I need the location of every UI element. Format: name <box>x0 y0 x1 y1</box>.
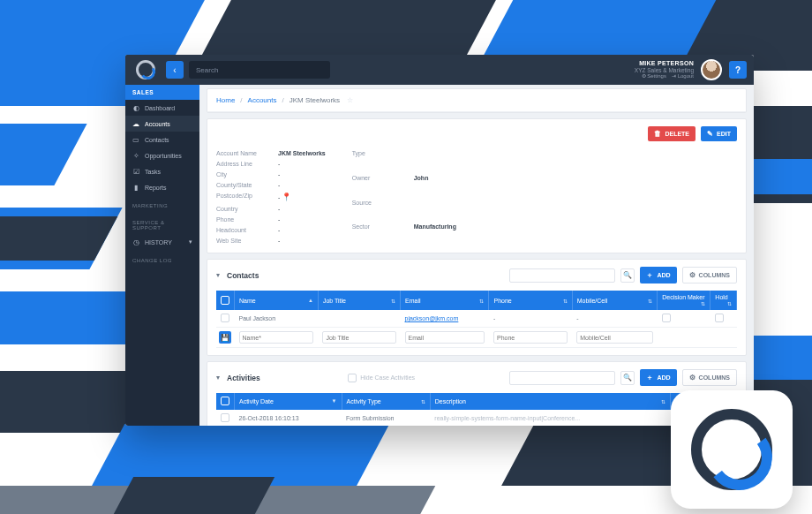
contacts-table: Name▲ Job Title⇅ Email⇅ Phone⇅ Mobile/Ce… <box>216 291 737 348</box>
contacts-add-button[interactable]: ＋ADD <box>640 267 676 283</box>
top-bar: ‹ MIKE PETERSON XYZ Sales & Marketing ⚙ … <box>125 55 754 85</box>
favorite-icon[interactable]: ☆ <box>347 96 353 104</box>
crumb-home[interactable]: Home <box>216 96 235 104</box>
input-name[interactable] <box>239 331 314 344</box>
th-name[interactable]: Name▲ <box>235 291 319 310</box>
input-phone[interactable] <box>493 331 568 344</box>
value-account-name: JKM Steelworks <box>278 150 326 156</box>
sidebar-item-dashboard[interactable]: ◐Dashboard <box>125 100 199 116</box>
gear-icon: ⚙ <box>642 73 646 79</box>
gear-icon: ⚙ <box>689 374 695 382</box>
cell-mobile: - <box>572 310 658 328</box>
sidebar-item-accounts[interactable]: ☁Accounts <box>125 116 199 132</box>
app-logo-icon <box>136 60 155 79</box>
th-job[interactable]: Job Title⇅ <box>318 291 400 310</box>
sidebar-item-history[interactable]: ◷HISTORY▾ <box>125 234 199 250</box>
th-mobile[interactable]: Mobile/Cell⇅ <box>572 291 658 310</box>
crumb-accounts[interactable]: Accounts <box>248 96 277 104</box>
gauge-icon: ◐ <box>132 104 139 111</box>
contacts-search-input[interactable] <box>509 268 615 283</box>
value-owner: John <box>414 175 456 195</box>
sidebar-item-label: Contacts <box>145 137 169 143</box>
cell-dm[interactable] <box>662 314 671 322</box>
sidebar-item-contacts[interactable]: ▭Contacts <box>125 132 199 147</box>
breadcrumb-card: Home/ Accounts/ JKM Steelworks ☆ <box>207 88 747 113</box>
plus-icon: ＋ <box>646 373 653 382</box>
th-type[interactable]: Activity Type⇅ <box>342 393 430 410</box>
collapse-icon[interactable]: ▾ <box>216 271 220 279</box>
cell-hold[interactable] <box>715 314 724 322</box>
plus-icon: ＋ <box>646 270 653 280</box>
edit-button[interactable]: ✎EDIT <box>701 126 737 141</box>
sidebar-heading-service[interactable]: SERVICE & SUPPORT <box>125 212 199 234</box>
activities-table: Activity Date▼ Activity Type⇅ Descriptio… <box>216 393 737 426</box>
th-phone[interactable]: Phone⇅ <box>489 291 572 310</box>
activities-search-input[interactable] <box>509 371 615 385</box>
value-type <box>414 150 456 170</box>
th-desc[interactable]: Description⇅ <box>430 393 670 410</box>
table-row[interactable]: Paul Jackson pjackson@jkm.com - - <box>216 310 737 328</box>
cloud-icon: ☁ <box>132 120 139 127</box>
save-row-button[interactable]: 💾 <box>219 331 231 344</box>
user-org: XYZ Sales & Marketing <box>635 67 694 73</box>
button-label: DELETE <box>665 131 689 137</box>
collapse-icon[interactable]: ▾ <box>216 374 220 382</box>
th-select[interactable] <box>216 291 235 310</box>
input-email[interactable] <box>405 331 485 344</box>
row-checkbox[interactable] <box>221 413 229 422</box>
hide-case-label: Hide Case Activities <box>360 374 415 381</box>
label-country: Country <box>216 206 269 212</box>
contacts-columns-button[interactable]: ⚙COLUMNS <box>682 267 737 283</box>
table-row[interactable]: 26-Oct-2018 16:10:13 Form Submission rea… <box>216 410 737 426</box>
sidebar-item-opportunities[interactable]: ✧Opportunities <box>125 147 199 163</box>
contacts-search-button[interactable]: 🔍 <box>620 268 635 283</box>
th-hold[interactable]: Hold⇅ <box>710 291 737 310</box>
cell-date: 26-Oct-2018 16:10:13 <box>235 410 342 426</box>
sidebar-item-label: Accounts <box>145 121 170 127</box>
hide-case-toggle[interactable]: Hide Case Activities <box>348 374 415 382</box>
th-select[interactable] <box>216 393 235 410</box>
label-county: County/State <box>216 182 269 188</box>
delete-button[interactable]: 🗑DELETE <box>648 126 695 141</box>
value-phone: - <box>278 216 326 223</box>
avatar[interactable] <box>701 59 722 80</box>
sidebar-item-label: Dashboard <box>145 105 175 111</box>
label-sector: Sector <box>352 223 405 244</box>
cell-name: Paul Jackson <box>235 310 319 328</box>
gear-icon: ⚙ <box>689 271 695 279</box>
input-mobile[interactable] <box>576 331 653 344</box>
activities-columns-button[interactable]: ⚙COLUMNS <box>682 369 737 386</box>
settings-link[interactable]: ⚙ Settings <box>642 73 666 79</box>
back-button[interactable]: ‹ <box>166 61 184 79</box>
th-dm[interactable]: Decision Maker⇅ <box>658 291 710 310</box>
value-city: - <box>278 171 326 178</box>
crumb-current: JKM Steelworks <box>289 96 340 104</box>
sidebar-heading-marketing[interactable]: MARKETING <box>125 195 199 212</box>
sidebar-item-reports[interactable]: ▮Reports <box>125 179 199 195</box>
label-city: City <box>216 171 269 178</box>
sidebar-item-label: Tasks <box>145 169 161 175</box>
sidebar-item-changelog[interactable]: CHANGE LOG <box>125 250 199 267</box>
global-search-input[interactable] <box>189 61 330 79</box>
button-label: ADD <box>657 374 670 381</box>
th-email[interactable]: Email⇅ <box>401 291 489 310</box>
label-owner: Owner <box>352 175 405 195</box>
label-address: Address Line <box>216 161 269 167</box>
button-label: COLUMNS <box>699 374 730 381</box>
map-pin-icon[interactable]: 📍 <box>282 193 291 201</box>
label-postcode: Postcode/Zip <box>216 193 269 201</box>
th-date[interactable]: Activity Date▼ <box>235 393 342 410</box>
sidebar-item-tasks[interactable]: ☑Tasks <box>125 163 199 179</box>
pencil-icon: ✎ <box>707 130 713 138</box>
logout-link[interactable]: ⇥ Logout <box>672 73 694 79</box>
activities-add-button[interactable]: ＋ADD <box>640 369 676 386</box>
input-job[interactable] <box>322 331 395 344</box>
row-checkbox[interactable] <box>221 314 229 322</box>
main-content: Home/ Accounts/ JKM Steelworks ☆ 🗑DELETE… <box>199 55 754 426</box>
app-window: ‹ MIKE PETERSON XYZ Sales & Marketing ⚙ … <box>125 55 754 426</box>
contacts-card: ▾ Contacts 🔍 ＋ADD ⚙COLUMNS Name▲ Job Tit… <box>207 259 747 356</box>
cell-email[interactable]: pjackson@jkm.com <box>405 315 459 321</box>
help-button[interactable]: ? <box>729 61 747 79</box>
activities-search-button[interactable]: 🔍 <box>620 371 635 385</box>
value-sector: Manufacturing <box>414 223 456 244</box>
